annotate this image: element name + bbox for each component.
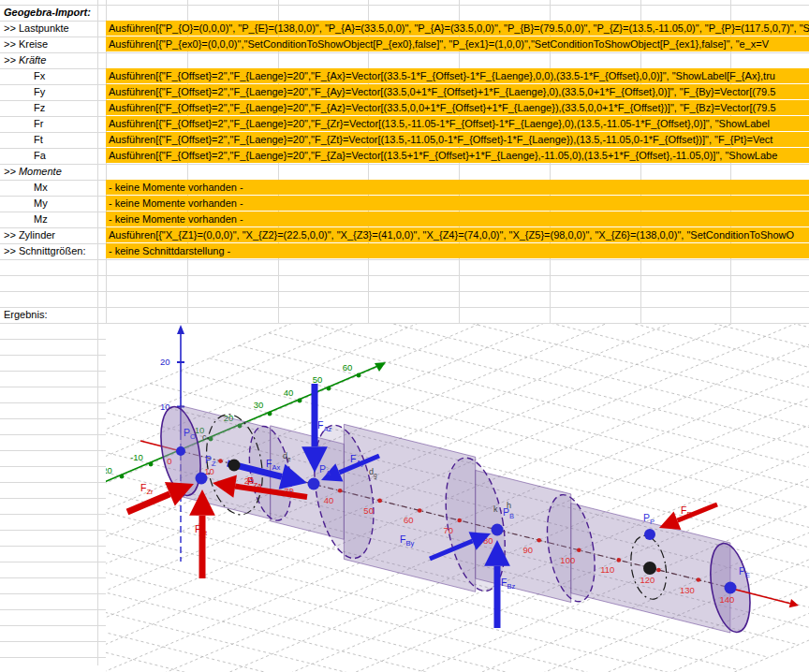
- object-label: h: [507, 501, 511, 510]
- grid-line: [477, 324, 809, 443]
- grid-line: [506, 324, 809, 430]
- grid-line: [106, 573, 502, 672]
- x-axis-tick-label: 120: [640, 575, 655, 585]
- x-axis-tick: [617, 558, 622, 562]
- row-gridline: [0, 593, 106, 594]
- x-axis-tick-label: 50: [363, 505, 374, 516]
- point-P_O: [176, 446, 185, 456]
- row-value-1[interactable]: Ausführen[{"P_{O}=(0,0,0)", "P_{E}=(138,…: [106, 21, 809, 36]
- row-gridline: [0, 530, 106, 531]
- row-value-14[interactable]: Ausführen[{"X_{Z1}=(0,0,0)", "X_{Z2}=(22…: [106, 227, 809, 242]
- x-axis-tick: [338, 489, 343, 493]
- row-gridline: [0, 641, 106, 642]
- object-label: k: [493, 504, 498, 514]
- row-gridline: [0, 259, 809, 260]
- row-gridline: [0, 657, 106, 658]
- row-label-1[interactable]: >> Lastpunkte: [0, 21, 97, 36]
- x-axis-tick-label: 100: [560, 555, 575, 565]
- row-gridline: [0, 387, 106, 387]
- grid-line: [447, 324, 809, 455]
- axis-point-black: [228, 460, 241, 472]
- row-value-9[interactable]: Ausführen[{"F_{Offset}=2","F_{Laenge}=20…: [106, 148, 809, 163]
- z-axis-tick-label: 20: [160, 357, 170, 367]
- y-axis-tick-label: -20: [106, 465, 112, 475]
- row-label-0[interactable]: Geogebra-Import:: [0, 5, 97, 20]
- row-gridline: [0, 450, 106, 451]
- row-gridline: [0, 546, 106, 547]
- z-axis-arrowhead: [177, 325, 184, 334]
- grid-line: [417, 324, 809, 468]
- row-gridline: [0, 275, 809, 276]
- x-axis-tick: [656, 568, 661, 573]
- row-gridline: [0, 402, 106, 403]
- x-axis-tick-label: 60: [404, 515, 414, 525]
- x-axis-arrow-head: [789, 599, 799, 607]
- x-axis-tick: [537, 538, 541, 543]
- x-axis-tick-label: 130: [680, 585, 695, 595]
- x-axis-tick: [697, 577, 701, 582]
- x-axis-tick-label: 40: [324, 495, 334, 505]
- y-axis-tick: [298, 399, 302, 403]
- row-gridline: [0, 562, 106, 562]
- y-axis-tick: [327, 387, 331, 391]
- row-gridline: [0, 625, 106, 626]
- row-value-12[interactable]: - keine Momente vorhanden -: [106, 196, 809, 211]
- y-axis-tick-label: 40: [284, 387, 294, 398]
- y-axis-tick-label: 50: [313, 374, 323, 385]
- row-label-14[interactable]: >> Zylinder: [0, 227, 97, 242]
- axis-point-black: [643, 562, 656, 575]
- y-axis-tick-label: -10: [130, 452, 143, 462]
- row-gridline: [0, 371, 106, 372]
- row-value-7[interactable]: Ausführen[{"F_{Offset}=2","F_{Laenge}=20…: [106, 116, 809, 131]
- y-axis-tick: [268, 412, 272, 416]
- x-axis-tick: [457, 519, 462, 523]
- row-gridline: [0, 164, 809, 165]
- point-P_E: [725, 582, 737, 594]
- row-gridline: [0, 514, 106, 515]
- row-value-4[interactable]: Ausführen[{"F_{Offset}=2","F_{Laenge}=20…: [106, 68, 809, 83]
- x-axis-tick: [218, 459, 223, 463]
- row-gridline: [0, 291, 809, 292]
- row-value-8[interactable]: Ausführen[{"F_{Offset}=2","F_{Laenge}=20…: [106, 132, 809, 147]
- object-label: c: [202, 432, 207, 442]
- row-gridline: [0, 434, 106, 435]
- row-label-10[interactable]: >> Momente: [0, 164, 97, 179]
- x-axis-tick-label: 0: [167, 456, 171, 466]
- row-value-5[interactable]: Ausführen[{"F_{Offset}=2","F_{Laenge}=20…: [106, 84, 809, 99]
- geogebra-3d-canvas: 102030405060-10-201020010203040506070809…: [106, 324, 809, 672]
- row-gridline: [0, 5, 809, 6]
- geogebra-3d-view: 102030405060-10-201020010203040506070809…: [106, 324, 809, 672]
- force-F_Zr-shaft: [127, 494, 169, 512]
- spreadsheet-app: Geogebra-Import:>> LastpunkteAusführen[{…: [0, 0, 809, 672]
- row-label-15[interactable]: >> Schnittgrößen:: [0, 243, 97, 258]
- point-P_A: [308, 478, 320, 490]
- y-axis-tick: [149, 462, 154, 467]
- row-value-13[interactable]: - keine Momente vorhanden -: [106, 212, 809, 226]
- y-axis-tick: [120, 475, 125, 479]
- x-axis-tick: [577, 548, 581, 553]
- x-axis-tick: [377, 499, 382, 504]
- y-axis-tick-label: 60: [343, 362, 353, 373]
- row-gridline: [0, 52, 809, 53]
- row-gridline: [0, 355, 106, 356]
- row-label-3[interactable]: >> Kräfte: [0, 52, 97, 67]
- row-gridline: [0, 498, 106, 499]
- row-gridline: [0, 307, 809, 308]
- result-label[interactable]: Ergebnis:: [0, 307, 97, 322]
- x-axis-tick-label: 110: [600, 564, 614, 575]
- row-gridline: [0, 482, 106, 483]
- point-P_P: [644, 529, 655, 540]
- row-value-11[interactable]: - keine Momente vorhanden -: [106, 180, 809, 195]
- x-axis-tick: [418, 508, 422, 513]
- row-value-6[interactable]: Ausführen[{"F_{Offset}=2","F_{Laenge}=20…: [106, 100, 809, 115]
- row-gridline: [0, 418, 106, 419]
- x-axis-tick-label: 90: [522, 545, 533, 555]
- row-label-2[interactable]: >> Kreise: [0, 37, 97, 51]
- point-P_Z: [196, 473, 208, 485]
- y-axis-tick: [357, 373, 361, 378]
- row-value-2[interactable]: Ausführen[{"P_{ex0}=(0,0,0)","SetConditi…: [106, 37, 809, 51]
- row-gridline: [0, 577, 106, 578]
- row-gridline: [0, 609, 106, 610]
- row-gridline: [0, 466, 106, 467]
- row-value-15[interactable]: - keine Schnittdarstellung -: [106, 243, 809, 258]
